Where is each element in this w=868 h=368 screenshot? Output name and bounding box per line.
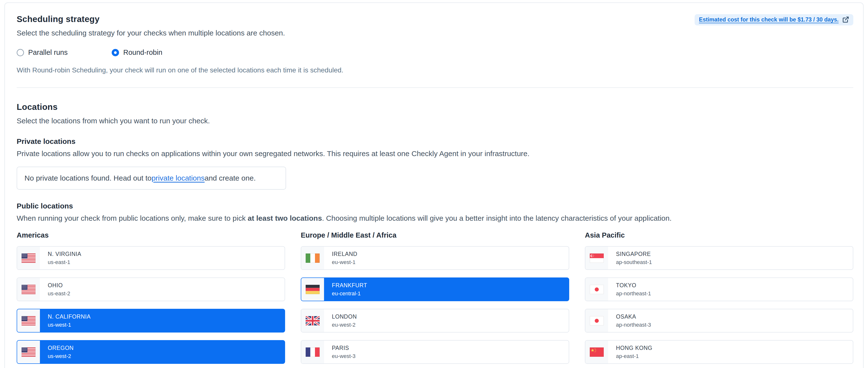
location-region: ap-northeast-1 <box>616 291 651 297</box>
country-flag-icon <box>22 285 35 294</box>
country-flag-icon <box>306 285 320 294</box>
country-flag-icon <box>306 254 320 263</box>
location-name: HONG KONG <box>616 345 652 352</box>
country-flag-icon <box>22 347 35 357</box>
flag-box <box>301 341 324 363</box>
location-name: LONDON <box>332 313 357 320</box>
location-name: N. CALIFORNIA <box>48 313 91 320</box>
notice-suffix: and create one. <box>205 174 256 182</box>
location-region: us-east-2 <box>48 291 70 297</box>
location-name: IRELAND <box>332 251 357 258</box>
scheduling-strategy-description: Select the scheduling strategy for your … <box>17 29 285 37</box>
flag-box <box>17 278 40 301</box>
location-region: eu-central-1 <box>332 291 367 297</box>
public-locations-title: Public locations <box>17 202 853 210</box>
private-locations-notice: No private locations found. Head out to … <box>17 167 286 190</box>
flag-box <box>17 341 40 363</box>
location-name: N. VIRGINIA <box>48 251 81 258</box>
locations-description: Select the locations from which you want… <box>17 117 853 125</box>
location-card[interactable]: PARIS eu-west-3 <box>301 340 569 364</box>
flag-box <box>17 247 40 269</box>
flag-box <box>301 278 324 301</box>
column-header: Americas <box>17 231 285 239</box>
country-flag-icon <box>590 347 604 357</box>
location-card[interactable]: OSAKA ap-northeast-3 <box>585 309 853 333</box>
flag-box <box>585 309 608 332</box>
location-card[interactable]: N. CALIFORNIA us-west-1 <box>17 309 285 333</box>
column-asia-pacific: Asia Pacific SINGAPORE ap-southeast-1 TO… <box>585 231 853 364</box>
public-locations-description: When running your check from public loca… <box>17 214 853 223</box>
country-flag-icon <box>590 285 604 294</box>
private-locations-link[interactable]: private locations <box>152 174 205 182</box>
flag-box <box>585 247 608 269</box>
country-flag-icon <box>590 316 604 326</box>
scheduling-strategy-radios: Parallel runs Round-robin <box>17 48 853 57</box>
estimated-cost-link[interactable]: Estimated cost for this check will be $1… <box>694 14 853 26</box>
location-region: us-east-1 <box>48 259 81 266</box>
location-region: us-west-1 <box>48 322 91 328</box>
location-name: OREGON <box>48 345 74 352</box>
section-divider <box>17 87 853 88</box>
location-card[interactable]: OHIO us-east-2 <box>17 277 285 301</box>
location-card[interactable]: LONDON eu-west-2 <box>301 309 569 333</box>
column-americas: Americas N. VIRGINIA us-east-1 OHIO us-e… <box>17 231 285 364</box>
location-region: eu-west-3 <box>332 353 355 360</box>
location-name: TOKYO <box>616 282 651 289</box>
private-locations-description: Private locations allow you to run check… <box>17 149 853 158</box>
external-link-icon <box>842 16 849 23</box>
notice-prefix: No private locations found. Head out to <box>25 174 152 182</box>
country-flag-icon <box>22 254 35 263</box>
flag-box <box>585 341 608 363</box>
estimated-cost-text: Estimated cost for this check will be $1… <box>699 16 839 23</box>
flag-box <box>17 309 40 332</box>
country-flag-icon <box>590 254 604 263</box>
public-location-columns: Americas N. VIRGINIA us-east-1 OHIO us-e… <box>17 231 853 364</box>
location-name: OSAKA <box>616 313 651 320</box>
flag-box <box>301 247 324 269</box>
location-region: ap-northeast-3 <box>616 322 651 328</box>
radio-round-robin-label: Round-robin <box>123 48 162 57</box>
check-settings-panel: Scheduling strategy Select the schedulin… <box>4 2 864 368</box>
location-region: ap-southeast-1 <box>616 259 652 266</box>
column-europe-middle-east-africa: Europe / Middle East / Africa IRELAND eu… <box>301 231 569 364</box>
column-header: Europe / Middle East / Africa <box>301 231 569 239</box>
radio-checked-icon[interactable] <box>112 49 119 56</box>
scheduling-strategy-title: Scheduling strategy <box>17 14 285 24</box>
location-name: PARIS <box>332 345 355 352</box>
location-name: OHIO <box>48 282 70 289</box>
radio-parallel-runs-label: Parallel runs <box>28 48 68 57</box>
location-card[interactable]: OREGON us-west-2 <box>17 340 285 364</box>
scheduling-help-text: With Round-robin Scheduling, your check … <box>17 66 853 74</box>
location-region: eu-west-1 <box>332 259 357 266</box>
location-card[interactable]: HONG KONG ap-east-1 <box>585 340 853 364</box>
country-flag-icon <box>22 316 35 326</box>
country-flag-icon <box>306 316 320 326</box>
location-card[interactable]: IRELAND eu-west-1 <box>301 246 569 270</box>
location-card[interactable]: FRANKFURT eu-central-1 <box>301 277 569 301</box>
radio-parallel-runs[interactable]: Parallel runs <box>17 48 68 57</box>
location-region: us-west-2 <box>48 353 74 360</box>
location-name: FRANKFURT <box>332 282 367 289</box>
location-region: ap-east-1 <box>616 353 652 360</box>
private-locations-title: Private locations <box>17 137 853 145</box>
location-card[interactable]: TOKYO ap-northeast-1 <box>585 277 853 301</box>
radio-round-robin[interactable]: Round-robin <box>112 48 162 57</box>
location-card[interactable]: N. VIRGINIA us-east-1 <box>17 246 285 270</box>
column-header: Asia Pacific <box>585 231 853 239</box>
country-flag-icon <box>306 347 320 357</box>
location-region: eu-west-2 <box>332 322 357 328</box>
scheduling-strategy-section: Scheduling strategy Select the schedulin… <box>17 14 285 37</box>
flag-box <box>585 278 608 301</box>
location-name: SINGAPORE <box>616 251 652 258</box>
location-card[interactable]: SINGAPORE ap-southeast-1 <box>585 246 853 270</box>
radio-unchecked-icon[interactable] <box>17 49 24 56</box>
locations-title: Locations <box>17 102 853 112</box>
flag-box <box>301 309 324 332</box>
